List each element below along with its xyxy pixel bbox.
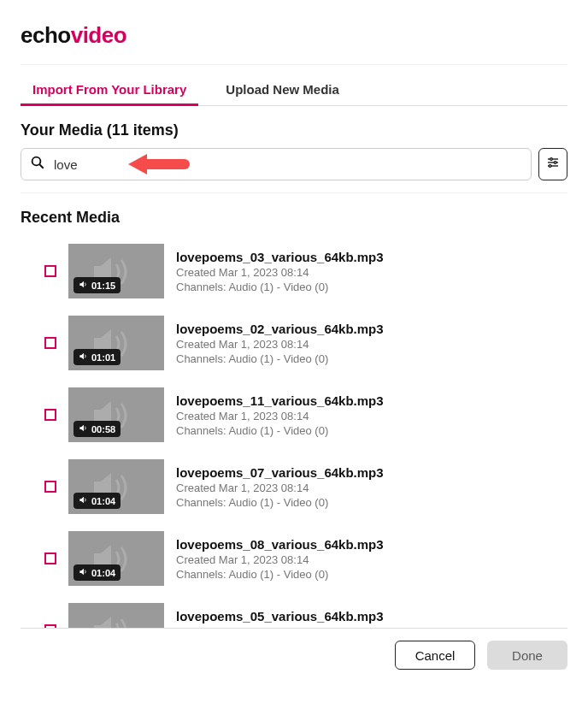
media-filename: lovepoems_11_various_64kb.mp3 — [176, 393, 384, 408]
volume-icon — [79, 280, 88, 291]
duration-text: 01:04 — [91, 496, 115, 506]
media-thumbnail[interactable]: 01:56 — [68, 603, 164, 629]
volume-icon — [79, 423, 88, 434]
recent-media-heading: Recent Media — [21, 209, 567, 227]
select-checkbox[interactable] — [44, 337, 56, 349]
svg-point-7 — [549, 165, 551, 168]
media-thumbnail[interactable]: 01:04 — [68, 531, 164, 586]
duration-text: 01:15 — [91, 281, 115, 291]
select-checkbox[interactable] — [44, 409, 56, 421]
search-input[interactable] — [52, 157, 522, 173]
svg-point-5 — [554, 162, 556, 164]
done-button[interactable]: Done — [487, 641, 567, 670]
svg-point-3 — [550, 158, 553, 161]
media-item[interactable]: 01:04 lovepoems_07_various_64kb.mp3 Crea… — [21, 451, 564, 523]
media-meta: lovepoems_03_various_64kb.mp3 Created Ma… — [176, 250, 384, 293]
media-meta: lovepoems_11_various_64kb.mp3 Created Ma… — [176, 393, 384, 437]
media-meta: lovepoems_02_various_64kb.mp3 Created Ma… — [176, 322, 384, 365]
media-filename: lovepoems_05_various_64kb.mp3 — [176, 609, 384, 623]
media-created: Created Mar 1, 2023 08:14 — [176, 553, 384, 566]
media-item[interactable]: 01:04 lovepoems_08_various_64kb.mp3 Crea… — [21, 523, 564, 594]
media-thumbnail[interactable]: 01:04 — [68, 459, 164, 514]
tab-upload-new[interactable]: Upload New Media — [226, 75, 339, 105]
duration-pill: 00:58 — [74, 421, 121, 437]
volume-icon — [79, 567, 88, 578]
select-checkbox[interactable] — [44, 481, 56, 493]
media-filename: lovepoems_07_various_64kb.mp3 — [176, 465, 384, 480]
media-created: Created Mar 1, 2023 08:14 — [176, 266, 384, 279]
media-item[interactable]: 00:58 lovepoems_11_various_64kb.mp3 Crea… — [21, 379, 564, 451]
media-filename: lovepoems_03_various_64kb.mp3 — [176, 250, 384, 264]
media-created: Created Mar 1, 2023 08:14 — [176, 410, 384, 422]
svg-point-0 — [32, 157, 41, 166]
media-channels: Channels: Audio (1) - Video (0) — [176, 352, 384, 365]
media-created: Created Mar 1, 2023 08:14 — [176, 482, 384, 494]
duration-text: 01:04 — [91, 568, 115, 578]
logo-right: video — [71, 22, 126, 48]
tab-bar: Import From Your Library Upload New Medi… — [21, 64, 567, 106]
media-thumbnail[interactable]: 01:01 — [68, 316, 164, 370]
media-channels: Channels: Audio (1) - Video (0) — [176, 281, 384, 293]
media-channels: Channels: Audio (1) - Video (0) — [176, 424, 384, 437]
select-checkbox[interactable] — [44, 265, 56, 277]
tab-import-library[interactable]: Import From Your Library — [32, 75, 186, 105]
sliders-icon — [546, 156, 560, 173]
search-icon — [30, 155, 45, 174]
media-channels: Channels: Audio (1) - Video (0) — [176, 568, 384, 581]
media-filename: lovepoems_02_various_64kb.mp3 — [176, 322, 384, 336]
duration-pill: 01:15 — [74, 277, 121, 293]
select-checkbox[interactable] — [44, 552, 56, 564]
media-list[interactable]: 01:15 lovepoems_03_various_64kb.mp3 Crea… — [21, 235, 567, 629]
filter-button[interactable] — [538, 148, 567, 180]
media-meta: lovepoems_05_various_64kb.mp3 Created Ma… — [176, 609, 384, 629]
media-channels: Channels: Audio (1) - Video (0) — [176, 496, 384, 509]
cancel-button[interactable]: Cancel — [395, 641, 475, 670]
media-item[interactable]: 01:01 lovepoems_02_various_64kb.mp3 Crea… — [21, 307, 564, 379]
media-item[interactable]: 01:15 lovepoems_03_various_64kb.mp3 Crea… — [21, 235, 564, 307]
media-thumbnail[interactable]: 01:15 — [68, 244, 164, 298]
media-created: Created Mar 1, 2023 08:14 — [176, 338, 384, 351]
dialog-footer: Cancel Done — [0, 629, 588, 682]
media-meta: lovepoems_07_various_64kb.mp3 Created Ma… — [176, 465, 384, 509]
media-filename: lovepoems_08_various_64kb.mp3 — [176, 537, 384, 552]
duration-pill: 01:04 — [74, 493, 121, 509]
app-logo: echovideo — [21, 22, 567, 49]
logo-left: echo — [21, 22, 71, 48]
volume-icon — [79, 495, 88, 506]
media-thumbnail[interactable]: 00:58 — [68, 387, 164, 442]
svg-line-1 — [39, 164, 44, 168]
speaker-icon — [89, 613, 137, 629]
duration-text: 01:01 — [91, 352, 115, 363]
duration-text: 00:58 — [91, 424, 115, 434]
media-item[interactable]: 01:56 lovepoems_05_various_64kb.mp3 Crea… — [21, 594, 564, 629]
duration-pill: 01:04 — [74, 564, 121, 581]
media-meta: lovepoems_08_various_64kb.mp3 Created Ma… — [176, 537, 384, 581]
duration-pill: 01:01 — [74, 349, 121, 365]
volume-icon — [79, 352, 88, 363]
search-box[interactable] — [21, 148, 532, 180]
your-media-heading: Your Media (11 items) — [21, 121, 567, 139]
